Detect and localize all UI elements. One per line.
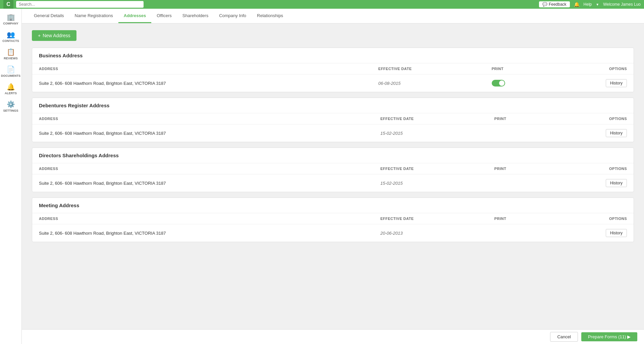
sidebar-item-label-contacts: CONTACTS: [2, 39, 19, 43]
meeting-effective-date: 20-06-2013: [374, 224, 488, 242]
new-address-button[interactable]: + New Address: [32, 30, 76, 41]
debentures-address-row: Suite 2, 606- 608 Hawthorn Road, Brighto…: [32, 124, 634, 142]
sidebar-item-label-documents: DOCUMENTS: [1, 74, 20, 77]
tab-addresses[interactable]: Addresses: [118, 9, 151, 23]
search-container: [16, 1, 144, 8]
directors-print-cell: [488, 174, 549, 192]
col-effective-date-header-dir: EFFECTIVE DATE: [374, 163, 488, 174]
top-bar: C 💬 Feedback 🔔 Help ▼ Welcome James Luo: [0, 0, 644, 9]
directors-address-value: Suite 2, 606- 608 Hawthorn Road, Brighto…: [32, 174, 374, 192]
welcome-text: Welcome James Luo: [603, 2, 641, 7]
col-print-header: PRINT: [485, 63, 550, 74]
col-options-header-dir: OPTIONS: [549, 163, 634, 174]
meeting-address-title: Meeting Address: [32, 198, 634, 213]
sidebar-item-label-settings: SETTINGS: [3, 109, 18, 112]
sidebar-item-alerts[interactable]: 🔔 ALERTS: [0, 80, 21, 98]
directors-address-title: Directors Shareholdings Address: [32, 148, 634, 163]
business-print-toggle[interactable]: [492, 80, 543, 87]
sidebar-item-label-alerts: ALERTS: [5, 92, 17, 95]
sidebar-item-documents[interactable]: 📄 DOCUMENTS: [0, 63, 21, 80]
bottom-action-bar: Cancel Prepare Forms (11) ▶: [22, 329, 644, 344]
help-link[interactable]: Help: [584, 2, 592, 7]
debentures-address-title: Debentures Register Address: [32, 98, 634, 113]
meeting-address-row: Suite 2, 606- 608 Hawthorn Road, Brighto…: [32, 224, 634, 242]
tab-officers[interactable]: Officers: [151, 9, 177, 23]
business-address-row: Suite 2, 606- 608 Hawthorn Road, Brighto…: [32, 74, 634, 92]
directors-history-button[interactable]: History: [606, 179, 627, 187]
meeting-address-value: Suite 2, 606- 608 Hawthorn Road, Brighto…: [32, 224, 374, 242]
reviews-icon: 📋: [7, 48, 15, 56]
debentures-address-section: Debentures Register Address ADDRESS EFFE…: [32, 98, 634, 142]
col-options-header-meet: OPTIONS: [549, 213, 634, 224]
business-address-value: Suite 2, 606- 608 Hawthorn Road, Brighto…: [32, 74, 372, 92]
tab-general-details[interactable]: General Details: [29, 9, 69, 23]
sidebar: 🏢 COMPANY 👥 CONTACTS 📋 REVIEWS 📄 DOCUMEN…: [0, 9, 22, 344]
col-address-header: ADDRESS: [32, 63, 372, 74]
business-effective-date: 06-08-2015: [372, 74, 485, 92]
top-bar-right: 💬 Feedback 🔔 Help ▼ Welcome James Luo: [539, 1, 641, 7]
col-effective-date-header: EFFECTIVE DATE: [372, 63, 485, 74]
contacts-icon: 👥: [7, 31, 15, 39]
col-address-header-dir: ADDRESS: [32, 163, 374, 174]
col-print-header-deb: PRINT: [488, 113, 549, 124]
directors-address-table: ADDRESS EFFECTIVE DATE PRINT OPTIONS Sui…: [32, 163, 634, 192]
meeting-options-cell: History: [549, 224, 634, 242]
feedback-button[interactable]: 💬 Feedback: [539, 1, 570, 7]
search-input[interactable]: [16, 1, 144, 8]
col-print-header-dir: PRINT: [488, 163, 549, 174]
debentures-address-table: ADDRESS EFFECTIVE DATE PRINT OPTIONS Sui…: [32, 113, 634, 142]
business-address-table: ADDRESS EFFECTIVE DATE PRINT OPTIONS Sui…: [32, 63, 634, 92]
tab-shareholders[interactable]: Shareholders: [177, 9, 214, 23]
meeting-address-section: Meeting Address ADDRESS EFFECTIVE DATE P…: [32, 197, 634, 242]
col-effective-date-header-meet: EFFECTIVE DATE: [374, 213, 488, 224]
cancel-button[interactable]: Cancel: [550, 332, 578, 342]
help-dropdown-icon[interactable]: ▼: [596, 3, 599, 6]
meeting-history-button[interactable]: History: [606, 229, 627, 237]
business-address-section: Business Address ADDRESS EFFECTIVE DATE …: [32, 48, 634, 92]
content-area: + New Address Business Address ADDRESS E…: [22, 23, 644, 344]
business-print-toggle-cell: [485, 74, 550, 92]
meeting-print-cell: [488, 224, 549, 242]
col-print-header-meet: PRINT: [488, 213, 549, 224]
col-address-header-deb: ADDRESS: [32, 113, 374, 124]
tab-company-info[interactable]: Company Info: [214, 9, 252, 23]
sidebar-item-contacts[interactable]: 👥 CONTACTS: [0, 28, 21, 45]
col-effective-date-header-deb: EFFECTIVE DATE: [374, 113, 488, 124]
tab-relationships[interactable]: Relationships: [252, 9, 288, 23]
main-wrapper: General Details Name Registrations Addre…: [22, 9, 644, 344]
debentures-history-button[interactable]: History: [606, 129, 627, 137]
col-address-header-meet: ADDRESS: [32, 213, 374, 224]
directors-options-cell: History: [549, 174, 634, 192]
business-options-cell: History: [550, 74, 634, 92]
company-icon: 🏢: [7, 13, 15, 21]
directors-address-row: Suite 2, 606- 608 Hawthorn Road, Brighto…: [32, 174, 634, 192]
sidebar-item-settings[interactable]: ⚙️ SETTINGS: [0, 98, 21, 115]
business-history-button[interactable]: History: [606, 79, 627, 87]
meeting-address-table: ADDRESS EFFECTIVE DATE PRINT OPTIONS Sui…: [32, 213, 634, 242]
col-options-header-deb: OPTIONS: [549, 113, 634, 124]
sidebar-item-company[interactable]: 🏢 COMPANY: [0, 10, 21, 28]
debentures-print-cell: [488, 124, 549, 142]
business-address-title: Business Address: [32, 48, 634, 63]
feedback-icon: 💬: [542, 2, 547, 7]
alerts-icon: 🔔: [7, 83, 15, 91]
debentures-effective-date: 15-02-2015: [374, 124, 488, 142]
settings-icon: ⚙️: [7, 100, 15, 108]
plus-icon: +: [38, 33, 41, 38]
debentures-address-value: Suite 2, 606- 608 Hawthorn Road, Brighto…: [32, 124, 374, 142]
sidebar-item-reviews[interactable]: 📋 REVIEWS: [0, 45, 21, 63]
documents-icon: 📄: [7, 65, 15, 73]
directors-address-section: Directors Shareholdings Address ADDRESS …: [32, 148, 634, 192]
tabs-bar: General Details Name Registrations Addre…: [22, 9, 644, 23]
col-options-header: OPTIONS: [550, 63, 634, 74]
sidebar-item-label-company: COMPANY: [3, 22, 18, 25]
sidebar-item-label-reviews: REVIEWS: [4, 57, 18, 60]
directors-effective-date: 15-02-2015: [374, 174, 488, 192]
prepare-forms-button[interactable]: Prepare Forms (11) ▶: [581, 332, 637, 341]
logo: C: [3, 0, 13, 9]
tab-name-registrations[interactable]: Name Registrations: [69, 9, 118, 23]
debentures-options-cell: History: [549, 124, 634, 142]
notification-bell-icon[interactable]: 🔔: [574, 2, 580, 7]
